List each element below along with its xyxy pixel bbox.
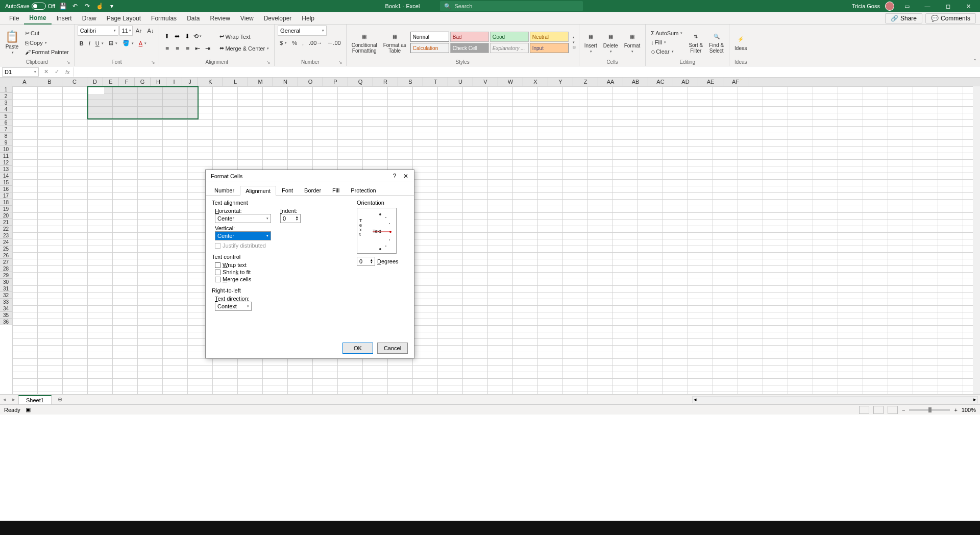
column-header[interactable]: N xyxy=(273,78,298,86)
paste-button[interactable]: 📋 Paste ▾ xyxy=(3,29,21,57)
wrap-text-button[interactable]: ↩Wrap Text xyxy=(217,32,271,41)
row-header[interactable]: 14 xyxy=(0,173,12,179)
underline-button[interactable]: U▾ xyxy=(93,39,106,47)
column-header[interactable]: E xyxy=(103,78,119,86)
dialog-close-icon[interactable]: ✕ xyxy=(401,171,411,181)
row-header[interactable]: 29 xyxy=(0,272,12,279)
align-center-icon[interactable]: ≡ xyxy=(173,44,182,53)
format-as-table-button[interactable]: ▦Format as Table xyxy=(381,29,408,56)
minimize-icon[interactable]: — xyxy=(920,0,935,12)
column-header[interactable]: AE xyxy=(698,78,723,86)
tab-font[interactable]: Font xyxy=(276,185,299,195)
column-header[interactable]: W xyxy=(498,78,523,86)
column-header[interactable]: C xyxy=(62,78,87,86)
format-painter-button[interactable]: 🖌Format Painter xyxy=(23,48,71,56)
ideas-button[interactable]: ⚡Ideas xyxy=(732,32,749,53)
cancel-button[interactable]: Cancel xyxy=(377,343,408,354)
conditional-formatting-button[interactable]: ▦Conditional Formatting xyxy=(350,29,379,56)
fill-button[interactable]: ↓Fill▾ xyxy=(649,38,684,46)
vertical-scrollbar[interactable] xyxy=(973,86,980,394)
column-header[interactable]: AC xyxy=(648,78,673,86)
row-header[interactable]: 24 xyxy=(0,239,12,246)
fill-color-button[interactable]: 🪣▾ xyxy=(120,39,136,47)
zoom-in-icon[interactable]: + xyxy=(954,407,957,413)
row-header[interactable]: 35 xyxy=(0,312,12,319)
column-header[interactable]: AF xyxy=(723,78,748,86)
bold-button[interactable]: B xyxy=(78,39,86,47)
degrees-spinner[interactable]: 0▴▾ xyxy=(357,257,375,266)
zoom-level[interactable]: 100% xyxy=(962,407,976,413)
column-header[interactable]: M xyxy=(248,78,273,86)
vertical-combo[interactable]: Center▾ xyxy=(215,231,271,240)
column-header[interactable]: L xyxy=(223,78,248,86)
styles-scroll-up-icon[interactable]: ▴ xyxy=(573,35,576,39)
orientation-icon[interactable]: ⟲▾ xyxy=(193,32,202,41)
column-header[interactable]: R xyxy=(373,78,398,86)
column-header[interactable]: Z xyxy=(573,78,598,86)
column-header[interactable]: Y xyxy=(548,78,573,86)
column-header[interactable]: U xyxy=(448,78,473,86)
view-page-break-icon[interactable] xyxy=(888,406,898,414)
insert-cells-button[interactable]: ▦Insert▾ xyxy=(582,30,599,56)
autosave-toggle[interactable]: AutoSave Off xyxy=(5,3,55,10)
font-size-combo[interactable]: 11▾ xyxy=(119,26,133,36)
increase-decimal-icon[interactable]: .00→ xyxy=(307,39,324,47)
indent-decrease-icon[interactable]: ⇤ xyxy=(193,44,202,53)
menu-developer[interactable]: Developer xyxy=(259,13,297,24)
percent-format-icon[interactable]: % xyxy=(290,39,299,47)
wrap-text-checkbox[interactable] xyxy=(215,262,220,268)
dialog-help-icon[interactable]: ? xyxy=(389,171,400,181)
name-box[interactable]: D1▾ xyxy=(2,67,39,77)
tab-fill[interactable]: Fill xyxy=(327,185,345,195)
select-all-corner[interactable] xyxy=(0,78,12,86)
column-header[interactable]: T xyxy=(423,78,448,86)
column-header[interactable]: H xyxy=(151,78,166,86)
row-header[interactable]: 33 xyxy=(0,299,12,305)
sheet-nav-next-icon[interactable]: ▸ xyxy=(9,396,18,403)
row-header[interactable]: 7 xyxy=(0,126,12,133)
find-select-button[interactable]: 🔍Find & Select xyxy=(707,29,726,56)
row-header[interactable]: 22 xyxy=(0,226,12,232)
close-icon[interactable]: ✕ xyxy=(961,0,976,12)
row-header[interactable]: 31 xyxy=(0,285,12,292)
share-button[interactable]: 🔗 Share xyxy=(885,13,922,23)
column-header[interactable]: X xyxy=(523,78,548,86)
row-header[interactable]: 27 xyxy=(0,259,12,265)
row-header[interactable]: 11 xyxy=(0,153,12,159)
indent-increase-icon[interactable]: ⇥ xyxy=(203,44,212,53)
enter-formula-icon[interactable]: ✓ xyxy=(52,68,62,75)
row-header[interactable]: 1 xyxy=(0,86,12,93)
style-explanatory[interactable]: Explanatory ... xyxy=(490,43,529,53)
view-normal-icon[interactable] xyxy=(859,406,869,414)
number-launcher-icon[interactable]: ↘ xyxy=(338,60,343,65)
style-bad[interactable]: Bad xyxy=(450,32,489,42)
indent-spinner[interactable]: 0▴▾ xyxy=(280,214,301,223)
tab-border[interactable]: Border xyxy=(299,185,327,195)
collapse-ribbon-icon[interactable]: ⌃ xyxy=(973,58,977,64)
column-header[interactable]: AA xyxy=(598,78,623,86)
sheet-nav-prev-icon[interactable]: ◂ xyxy=(0,396,9,403)
horizontal-combo[interactable]: Center▾ xyxy=(215,214,271,223)
user-avatar[interactable] xyxy=(885,2,894,11)
worksheet-grid[interactable]: ABCDEFGHIJKLMNOPQRSTUVWXYZAAABACADAEAF 1… xyxy=(0,78,980,394)
row-header[interactable]: 30 xyxy=(0,279,12,285)
column-header[interactable]: AD xyxy=(673,78,698,86)
row-header[interactable]: 26 xyxy=(0,252,12,259)
alignment-launcher-icon[interactable]: ↘ xyxy=(266,60,271,65)
menu-draw[interactable]: Draw xyxy=(77,13,102,24)
horizontal-scrollbar[interactable]: ◂ ▸ xyxy=(692,396,978,403)
row-header[interactable]: 16 xyxy=(0,186,12,192)
copy-button[interactable]: ⎘Copy▾ xyxy=(23,39,71,47)
row-header[interactable]: 12 xyxy=(0,159,12,166)
number-format-combo[interactable]: General▾ xyxy=(278,26,327,36)
column-header[interactable]: O xyxy=(298,78,323,86)
tab-protection[interactable]: Protection xyxy=(345,185,382,195)
column-header[interactable]: P xyxy=(323,78,348,86)
shrink-to-fit-checkbox[interactable] xyxy=(215,270,220,275)
column-header[interactable]: K xyxy=(198,78,223,86)
styles-scroll-down-icon[interactable]: ▾ xyxy=(573,40,576,44)
view-page-layout-icon[interactable] xyxy=(873,406,884,414)
align-top-icon[interactable]: ⬆ xyxy=(162,32,172,41)
cancel-formula-icon[interactable]: ✕ xyxy=(41,68,52,75)
save-icon[interactable]: 💾 xyxy=(58,2,67,11)
